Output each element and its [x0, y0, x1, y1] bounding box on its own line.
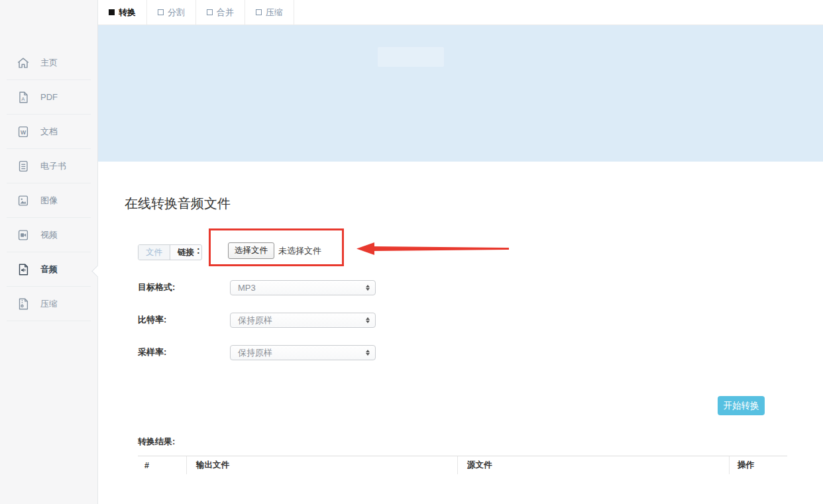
banner-faded-watermark [378, 47, 444, 67]
bitrate-value: 保持原样 [238, 315, 366, 327]
sample-rate-select[interactable]: 保持原样 [230, 345, 376, 360]
tab-bar: 转换 分割 合并 压缩 [98, 0, 823, 25]
sidebar: 主页 A PDF W 文档 电子书 [0, 0, 98, 504]
outline-square-icon [158, 9, 164, 15]
archive-icon [16, 297, 30, 311]
sidebar-item-pdf[interactable]: A PDF [7, 80, 91, 115]
sidebar-nav-list: 主页 A PDF W 文档 电子书 [0, 46, 97, 321]
ebook-icon [16, 159, 30, 174]
video-icon [16, 228, 30, 242]
main-content: 在线转换音频文件 文件 链接 : 选择文件 未选择文件 目标格式: MP3 比特… [98, 162, 823, 504]
outline-square-icon [256, 9, 262, 15]
col-header-output-file: 输出文件 [186, 456, 457, 474]
col-header-source-file: 源文件 [457, 456, 729, 474]
stepper-arrows-icon [366, 285, 370, 291]
sidebar-item-video[interactable]: 视频 [7, 218, 91, 252]
word-doc-icon: W [16, 125, 30, 139]
header-banner [98, 25, 823, 162]
sidebar-item-image[interactable]: 图像 [7, 183, 91, 218]
tab-compress[interactable]: 压缩 [245, 0, 294, 25]
audio-icon [16, 262, 30, 277]
source-file-toggle[interactable]: 文件 [138, 245, 170, 260]
outline-square-icon [207, 9, 213, 15]
svg-text:A: A [21, 96, 25, 102]
svg-text:W: W [21, 129, 27, 136]
page-title: 在线转换音频文件 [125, 195, 231, 213]
bitrate-select[interactable]: 保持原样 [230, 313, 376, 328]
pdf-file-icon: A [16, 90, 30, 105]
source-type-toggle: 文件 链接 [138, 244, 202, 260]
toggle-colon: : [197, 245, 200, 256]
tab-label: 压缩 [266, 7, 283, 19]
red-annotation-arrow [357, 240, 509, 257]
filled-square-icon [109, 9, 115, 15]
results-label: 转换结果: [138, 436, 175, 448]
sidebar-item-label: 文档 [40, 126, 58, 138]
tab-split[interactable]: 分割 [147, 0, 196, 25]
sidebar-item-ebook[interactable]: 电子书 [7, 149, 91, 183]
sidebar-item-label: 音频 [40, 264, 58, 276]
sidebar-item-label: 电子书 [40, 160, 66, 172]
stepper-arrows-icon [366, 317, 370, 323]
start-convert-button[interactable]: 开始转换 [718, 396, 765, 415]
red-highlight-box: 选择文件 未选择文件 [209, 228, 344, 266]
tab-merge[interactable]: 合并 [196, 0, 245, 25]
sidebar-item-home[interactable]: 主页 [7, 46, 91, 80]
sidebar-item-label: 压缩 [40, 298, 58, 310]
bitrate-label: 比特率: [138, 314, 166, 326]
sidebar-item-label: PDF [40, 92, 58, 102]
image-icon [16, 193, 30, 208]
target-format-value: MP3 [238, 283, 366, 293]
tab-label: 分割 [168, 7, 185, 19]
sidebar-item-archive[interactable]: 压缩 [7, 287, 91, 321]
tab-label: 转换 [119, 7, 136, 19]
results-table-header: # 输出文件 源文件 操作 [138, 456, 787, 474]
col-header-operation: 操作 [729, 456, 787, 474]
sidebar-item-label: 视频 [40, 229, 58, 241]
choose-file-button[interactable]: 选择文件 [228, 242, 274, 259]
sidebar-item-label: 主页 [40, 57, 58, 69]
col-header-index: # [138, 456, 186, 474]
target-format-select[interactable]: MP3 [230, 280, 376, 295]
stepper-arrows-icon [366, 350, 370, 356]
tab-convert[interactable]: 转换 [98, 0, 147, 25]
sidebar-item-label: 图像 [40, 195, 58, 207]
sample-rate-label: 采样率: [138, 346, 166, 358]
file-input-row: 选择文件 未选择文件 [228, 242, 321, 259]
sidebar-item-audio[interactable]: 音频 [7, 252, 91, 287]
file-status-text: 未选择文件 [278, 245, 321, 257]
target-format-label: 目标格式: [138, 281, 175, 293]
sample-rate-value: 保持原样 [238, 347, 366, 359]
tab-label: 合并 [217, 7, 234, 19]
home-icon [16, 56, 30, 70]
sidebar-item-document[interactable]: W 文档 [7, 115, 91, 149]
